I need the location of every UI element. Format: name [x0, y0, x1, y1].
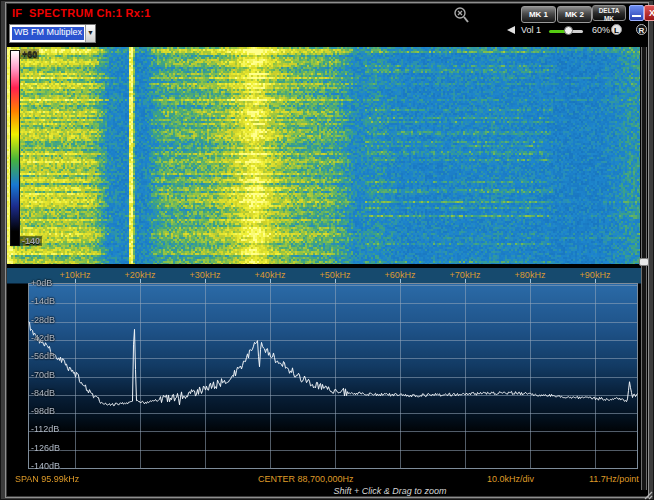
minimize-icon	[632, 15, 641, 17]
volume-percent: 60%	[592, 25, 610, 35]
volume-slider-thumb[interactable]	[564, 26, 573, 35]
volume-label: Vol 1	[521, 25, 541, 35]
db-axis-label: -42dB	[31, 333, 55, 343]
db-axis-label: +0dB	[31, 278, 52, 288]
status-span: SPAN 95.99kHz	[15, 474, 79, 484]
db-axis-label: -14dB	[31, 296, 55, 306]
zoom-hint-text: Shift + Click & Drag to zoom	[280, 486, 500, 496]
marker-2-button[interactable]: MK 2	[557, 6, 592, 23]
waterfall-display[interactable]	[7, 47, 640, 264]
preset-dropdown-value: WB FM Multiplex	[12, 27, 84, 40]
frequency-axis: +10kHz+20kHz+30kHz+40kHz+50kHz+60kHz+70k…	[7, 268, 641, 284]
db-axis-label: -84dB	[31, 388, 55, 398]
speaker-icon[interactable]	[507, 26, 515, 34]
intensity-colorbar	[10, 50, 20, 246]
db-axis-label: -70dB	[31, 370, 55, 380]
status-khz-per-div: 10.0kHz/div	[487, 474, 534, 484]
db-axis-label: -140dB	[31, 461, 60, 471]
splitter-track[interactable]	[641, 47, 647, 490]
right-channel-button[interactable]: R	[636, 24, 647, 35]
spectrum-plot[interactable]	[28, 283, 638, 469]
splitter-handle[interactable]	[639, 258, 649, 266]
db-axis-label: -126dB	[31, 443, 60, 453]
zoom-reset-icon[interactable]	[452, 6, 472, 30]
db-axis-label: -112dB	[31, 424, 59, 434]
close-button[interactable]: X	[644, 5, 654, 21]
status-hz-per-point: 11.7Hz/point	[589, 474, 639, 484]
window-title: IF SPECTRUM Ch:1 Rx:1	[12, 7, 151, 19]
db-axis-label: -56dB	[31, 351, 55, 361]
resize-grip-icon[interactable]	[641, 486, 653, 500]
if-spectrum-window: IF SPECTRUM Ch:1 Rx:1 WB FM Multiplex ▼ …	[0, 0, 654, 500]
status-center-frequency: CENTER 88,700,000Hz	[258, 474, 354, 484]
marker-1-button[interactable]: MK 1	[521, 6, 556, 23]
db-axis-label: -98dB	[31, 406, 55, 416]
delta-marker-label-line1: DELTA	[593, 7, 625, 15]
preset-dropdown[interactable]: WB FM Multiplex ▼	[9, 24, 96, 43]
colorbar-max-label: +60	[20, 49, 39, 59]
delta-marker-button[interactable]: DELTA MK	[592, 5, 626, 21]
delta-marker-label-line2: MK	[593, 15, 625, 23]
colorbar-min-label: -140	[20, 236, 42, 246]
db-axis-label: -28dB	[31, 315, 55, 325]
chevron-down-icon[interactable]: ▼	[85, 25, 95, 42]
minimize-button[interactable]	[629, 5, 644, 21]
left-channel-button[interactable]: L	[611, 24, 622, 35]
